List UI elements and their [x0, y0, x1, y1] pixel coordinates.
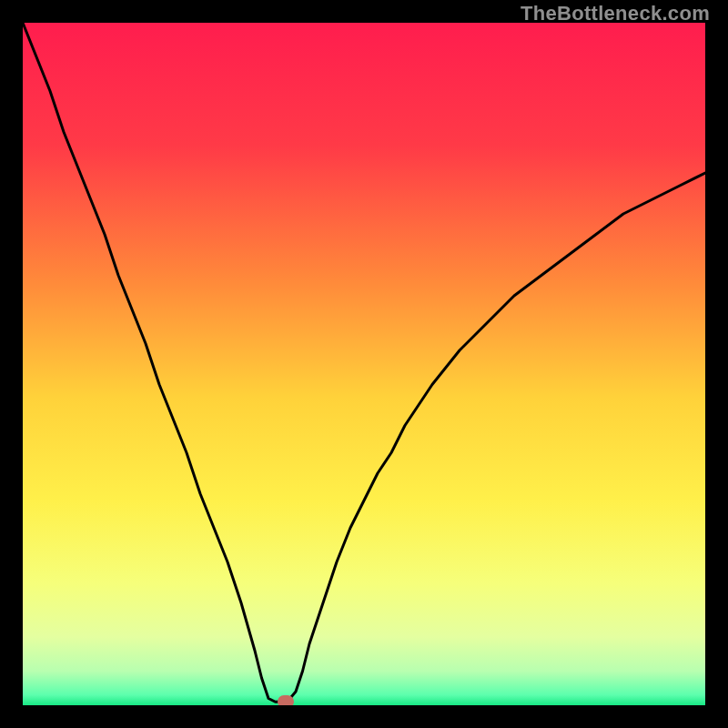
frame: TheBottleneck.com	[0, 0, 728, 728]
bottleneck-curve	[23, 23, 705, 705]
plot-area	[23, 23, 705, 705]
optimal-point-marker	[278, 695, 294, 705]
